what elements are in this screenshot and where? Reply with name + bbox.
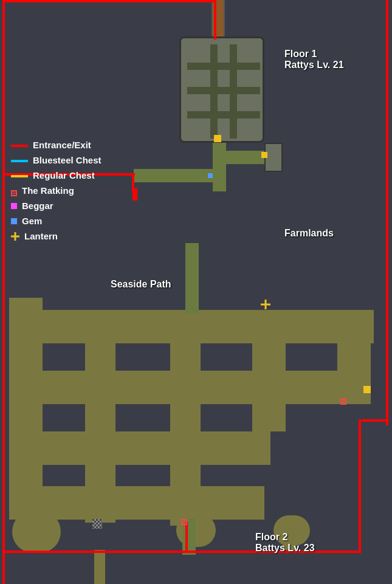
red-line-right xyxy=(386,0,388,425)
red-line-bottom xyxy=(2,551,191,553)
chest-yellow-right xyxy=(261,152,267,158)
h-path-3 xyxy=(9,431,270,465)
v-path-2 xyxy=(85,310,115,523)
seaside-path-label: Seaside Path xyxy=(111,279,171,290)
legend: Entrance/Exit Bluesteel Chest Regular Ch… xyxy=(11,140,101,246)
lantern-icon xyxy=(11,232,19,241)
gem-marker xyxy=(208,173,213,178)
red-line-top-h xyxy=(2,0,215,2)
red-line-right-bottom xyxy=(362,419,386,422)
beggar-icon xyxy=(11,203,17,209)
regular-chest-label: Regular Chest xyxy=(33,170,95,180)
legend-item-ratking: The Ratking xyxy=(11,185,101,196)
v-path-1 xyxy=(9,298,43,520)
corridor-top-mid xyxy=(185,243,199,313)
gem-icon xyxy=(11,218,17,224)
ratking-label: The Ratking xyxy=(22,185,74,196)
farmlands-label: Farmlands xyxy=(284,228,334,239)
legend-item-entrance: Entrance/Exit xyxy=(11,140,101,150)
red-line-left-top xyxy=(2,0,5,304)
legend-item-beggar: Beggar xyxy=(11,201,101,211)
h-path-4 xyxy=(33,486,264,520)
legend-item-bluesteel: Bluesteel Chest xyxy=(11,155,101,165)
floor1-label: Floor 1 Rattys Lv. 21 xyxy=(284,49,344,70)
red-line-top xyxy=(214,0,216,40)
floor1-stem xyxy=(213,143,226,191)
ratking-icon xyxy=(11,188,17,194)
chest-yellow-mid-right xyxy=(363,386,371,393)
chest-yellow-f1 xyxy=(214,135,221,142)
blob-bottom-left xyxy=(12,510,61,553)
entrance-label: Entrance/Exit xyxy=(33,140,91,150)
beggar-label: Beggar xyxy=(22,201,53,211)
checker-exit xyxy=(92,519,102,529)
bluesteel-icon xyxy=(11,160,28,162)
red-line-right-v2 xyxy=(359,419,361,553)
entrance-icon xyxy=(11,145,28,147)
lantern-label: Lantern xyxy=(24,231,58,241)
v-path-4 xyxy=(252,310,286,431)
v-path-3 xyxy=(170,310,201,526)
gem-label: Gem xyxy=(22,216,42,226)
lantern-marker-1 xyxy=(261,300,270,312)
legend-item-lantern: Lantern xyxy=(11,231,101,241)
bluesteel-label: Bluesteel Chest xyxy=(33,155,101,165)
floor2-label: Floor 2 Battys Lv. 23 xyxy=(255,532,315,554)
legend-item-regular: Regular Chest xyxy=(11,170,101,180)
ratking-marker xyxy=(340,396,346,407)
bottom-exit-left xyxy=(94,550,105,584)
legend-item-gem: Gem xyxy=(11,216,101,226)
floor1-corridor-left xyxy=(134,169,216,182)
ratking-marker-2 xyxy=(181,517,187,527)
red-line-left-bottom xyxy=(2,304,5,584)
floor1-dungeon xyxy=(179,36,264,143)
regular-chest-icon xyxy=(11,175,28,177)
red-line-left-h2 xyxy=(132,173,134,191)
